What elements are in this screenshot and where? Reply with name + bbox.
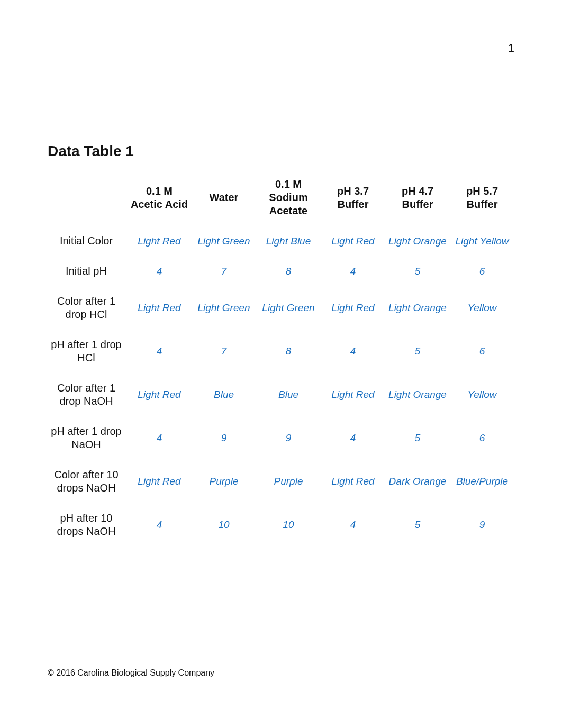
cell-value: 6 bbox=[450, 256, 514, 286]
header-blank bbox=[48, 169, 127, 226]
footer-copyright: © 2016 Carolina Biological Supply Compan… bbox=[48, 668, 214, 678]
cell-value: Purple bbox=[256, 460, 321, 503]
cell-value: Light Orange bbox=[385, 373, 450, 416]
cell-value: Light Green bbox=[192, 226, 256, 256]
cell-value: 10 bbox=[192, 503, 256, 547]
cell-value: Yellow bbox=[450, 286, 514, 330]
col-header: pH 3.7 Buffer bbox=[321, 169, 385, 226]
cell-value: 5 bbox=[385, 330, 450, 373]
table-row: Color after 10 drops NaOHLight RedPurple… bbox=[48, 460, 514, 503]
cell-value: 8 bbox=[256, 330, 321, 373]
cell-value: 4 bbox=[321, 503, 385, 547]
table-title: Data Table 1 bbox=[48, 143, 514, 160]
table-row: pH after 1 drop HCl478456 bbox=[48, 330, 514, 373]
table-row: Initial pH478456 bbox=[48, 256, 514, 286]
cell-value: Light Orange bbox=[385, 226, 450, 256]
cell-value: Light Green bbox=[256, 286, 321, 330]
cell-value: 6 bbox=[450, 330, 514, 373]
table-row: Color after 1 drop NaOHLight RedBlueBlue… bbox=[48, 373, 514, 416]
cell-value: 9 bbox=[450, 503, 514, 547]
cell-value: 4 bbox=[127, 503, 192, 547]
cell-value: 5 bbox=[385, 503, 450, 547]
table-row: Color after 1 drop HClLight RedLight Gre… bbox=[48, 286, 514, 330]
cell-value: 4 bbox=[127, 416, 192, 460]
cell-value: 5 bbox=[385, 256, 450, 286]
cell-value: Light Orange bbox=[385, 286, 450, 330]
cell-value: 4 bbox=[321, 256, 385, 286]
row-label: Color after 10 drops NaOH bbox=[48, 460, 127, 503]
table-row: pH after 1 drop NaOH499456 bbox=[48, 416, 514, 460]
col-header: pH 5.7 Buffer bbox=[450, 169, 514, 226]
row-label: pH after 1 drop HCl bbox=[48, 330, 127, 373]
cell-value: 7 bbox=[192, 330, 256, 373]
table-body: Initial ColorLight RedLight GreenLight B… bbox=[48, 226, 514, 547]
row-label: pH after 10 drops NaOH bbox=[48, 503, 127, 547]
cell-value: Yellow bbox=[450, 373, 514, 416]
cell-value: 4 bbox=[321, 330, 385, 373]
table-row: pH after 10 drops NaOH41010459 bbox=[48, 503, 514, 547]
cell-value: 10 bbox=[256, 503, 321, 547]
cell-value: Light Red bbox=[321, 373, 385, 416]
data-table: 0.1 M Acetic Acid Water 0.1 M Sodium Ace… bbox=[48, 169, 514, 547]
cell-value: 7 bbox=[192, 256, 256, 286]
cell-value: Light Yellow bbox=[450, 226, 514, 256]
cell-value: Light Red bbox=[127, 460, 192, 503]
col-header: 0.1 M Sodium Acetate bbox=[256, 169, 321, 226]
cell-value: Light Green bbox=[192, 286, 256, 330]
col-header: pH 4.7 Buffer bbox=[385, 169, 450, 226]
cell-value: Light Blue bbox=[256, 226, 321, 256]
cell-value: Light Red bbox=[127, 226, 192, 256]
cell-value: 9 bbox=[256, 416, 321, 460]
row-label: Color after 1 drop HCl bbox=[48, 286, 127, 330]
cell-value: 5 bbox=[385, 416, 450, 460]
table-header-row: 0.1 M Acetic Acid Water 0.1 M Sodium Ace… bbox=[48, 169, 514, 226]
row-label: Initial pH bbox=[48, 256, 127, 286]
cell-value: Light Red bbox=[321, 286, 385, 330]
page-number: 1 bbox=[508, 41, 514, 55]
cell-value: 9 bbox=[192, 416, 256, 460]
table-row: Initial ColorLight RedLight GreenLight B… bbox=[48, 226, 514, 256]
row-label: Color after 1 drop NaOH bbox=[48, 373, 127, 416]
col-header: Water bbox=[192, 169, 256, 226]
cell-value: 4 bbox=[127, 256, 192, 286]
cell-value: Blue/Purple bbox=[450, 460, 514, 503]
cell-value: Blue bbox=[192, 373, 256, 416]
cell-value: 4 bbox=[321, 416, 385, 460]
cell-value: 8 bbox=[256, 256, 321, 286]
cell-value: Blue bbox=[256, 373, 321, 416]
cell-value: Light Red bbox=[127, 286, 192, 330]
row-label: Initial Color bbox=[48, 226, 127, 256]
cell-value: Purple bbox=[192, 460, 256, 503]
cell-value: 4 bbox=[127, 330, 192, 373]
cell-value: Dark Orange bbox=[385, 460, 450, 503]
cell-value: Light Red bbox=[127, 373, 192, 416]
col-header: 0.1 M Acetic Acid bbox=[127, 169, 192, 226]
cell-value: Light Red bbox=[321, 226, 385, 256]
cell-value: Light Red bbox=[321, 460, 385, 503]
cell-value: 6 bbox=[450, 416, 514, 460]
row-label: pH after 1 drop NaOH bbox=[48, 416, 127, 460]
